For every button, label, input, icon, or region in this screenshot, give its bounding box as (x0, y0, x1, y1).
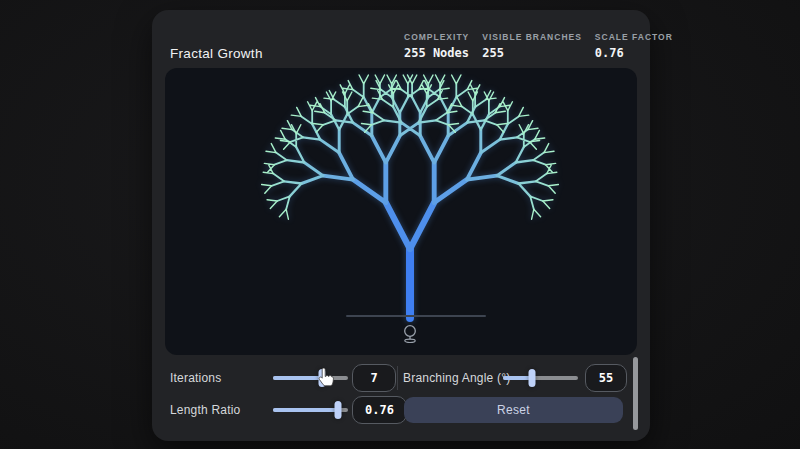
fractal-tree (165, 68, 637, 355)
iterations-slider-thumb[interactable] (318, 369, 325, 387)
branching-angle-label: Branching Angle (°) (403, 364, 510, 392)
stat-complexity: COMPLEXITY 255 Nodes (404, 32, 469, 60)
stats-bar: COMPLEXITY 255 Nodes VISIBLE BRANCHES 25… (404, 32, 673, 60)
iterations-value-field[interactable]: 7 (352, 364, 396, 392)
stat-value: 0.76 (595, 46, 673, 60)
slider-fill (273, 376, 322, 380)
branching-angle-value-field[interactable]: 55 (585, 364, 627, 392)
fractal-canvas[interactable] (165, 68, 637, 355)
reset-button[interactable]: Reset (404, 397, 623, 423)
iterations-label: Iterations (170, 364, 221, 392)
length-ratio-slider-thumb[interactable] (335, 401, 342, 419)
stat-label: SCALE FACTOR (595, 32, 673, 42)
stat-value: 255 Nodes (404, 46, 469, 60)
fractal-growth-app: Fractal Growth COMPLEXITY 255 Nodes VISI… (152, 10, 650, 441)
tree-icon (401, 324, 419, 345)
branching-angle-slider[interactable] (503, 376, 578, 380)
stat-visible-branches: VISIBLE BRANCHES 255 (482, 32, 582, 60)
desktop-background: Fractal Growth COMPLEXITY 255 Nodes VISI… (0, 0, 800, 449)
controls-scrollbar[interactable] (633, 357, 638, 430)
stat-label: COMPLEXITY (404, 32, 469, 42)
length-ratio-slider[interactable] (273, 408, 348, 412)
length-ratio-label: Length Ratio (170, 396, 240, 424)
stat-value: 255 (482, 46, 582, 60)
page-title: Fractal Growth (170, 46, 263, 61)
stat-scale-factor: SCALE FACTOR 0.76 (595, 32, 673, 60)
ground-line (346, 315, 486, 317)
stat-label: VISIBLE BRANCHES (482, 32, 582, 42)
controls-divider (397, 366, 398, 390)
iterations-slider[interactable] (273, 376, 348, 380)
slider-fill (273, 408, 338, 412)
branching-angle-slider-thumb[interactable] (529, 369, 536, 387)
length-ratio-value-field[interactable]: 0.76 (352, 396, 407, 424)
